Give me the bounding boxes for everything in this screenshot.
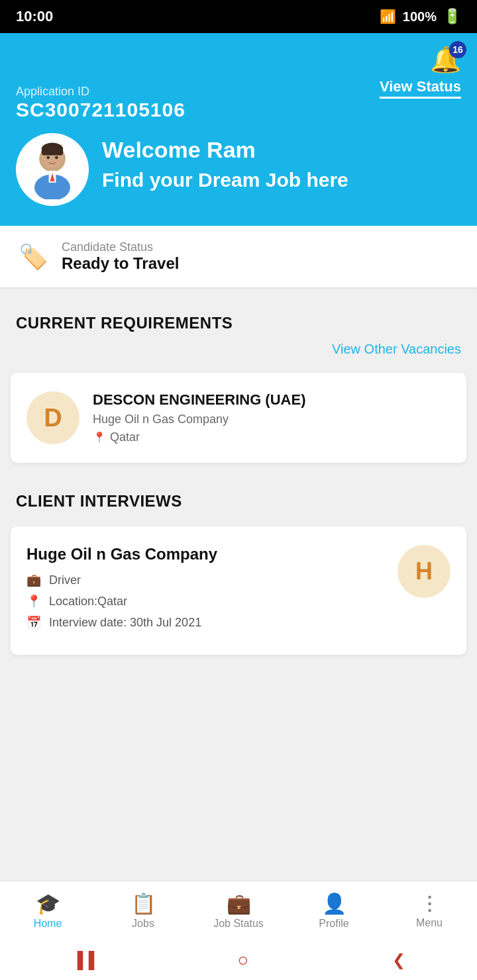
interview-date: Interview date: 30th Jul 2021 [49,616,201,630]
menu-icon: ⋮ [420,893,439,914]
notification-badge: 16 [449,41,466,58]
job-description: Huge Oil n Gas Company [93,413,305,426]
nav-jobs-label: Jobs [132,918,154,930]
wifi-icon: 📶 [380,9,396,24]
job-location: 📍 Qatar [93,430,305,444]
job-card[interactable]: D DESCON ENGINEERING (UAE) Huge Oil n Ga… [11,373,466,463]
welcome-subtitle: Find your Dream Job here [102,168,348,192]
interview-date-detail: 📅 Interview date: 30th Jul 2021 [26,615,450,630]
welcome-name: Welcome Ram [102,137,348,163]
nav-menu-label: Menu [416,917,443,929]
interview-location-detail: 📍 Location:Qatar [26,594,450,609]
status-bar: 10:00 📶 100% 🔋 [0,0,477,33]
interview-role-detail: 💼 Driver [26,573,450,587]
android-navigation-bar: ▐▐ ○ ❮ [0,940,477,980]
notification-area: 🔔 16 [16,45,461,74]
notification-bell[interactable]: 🔔 16 [430,45,461,74]
status-right: 📶 100% 🔋 [380,8,461,25]
nav-item-profile[interactable]: 👤 Profile [286,892,382,930]
avatar [16,133,89,206]
interview-role: Driver [49,573,81,587]
candidate-status-info: Candidate Status Ready to Travel [62,240,179,273]
nav-item-job-status[interactable]: 💼 Job Status [191,892,286,930]
candidate-status-value: Ready to Travel [62,254,179,273]
svg-rect-6 [42,148,63,156]
view-vacancies-link[interactable]: View Other Vacancies [332,342,461,357]
job-company-name: DESCON ENGINEERING (UAE) [93,391,305,409]
android-recent-btn[interactable]: ▐▐ [72,951,94,969]
android-home-btn[interactable]: ○ [238,950,249,971]
welcome-section: Welcome Ram Find your Dream Job here [16,133,461,206]
job-status-icon: 💼 [227,892,251,915]
briefcase-icon: 💼 [26,573,41,587]
bottom-navigation: 🎓 Home 📋 Jobs 💼 Job Status 👤 Profile ⋮ M… [0,881,477,940]
interview-avatar: H [398,545,450,598]
android-back-btn[interactable]: ❮ [392,951,405,969]
hero-section: 🔔 16 Application ID SC300721105106 View … [0,33,477,226]
app-id-value: SC300721105106 [16,99,461,121]
jobs-icon: 📋 [131,892,156,915]
current-requirements-title: CURRENT REQUIREMENTS [16,314,233,332]
battery-icon: 🔋 [443,8,461,25]
job-info: DESCON ENGINEERING (UAE) Huge Oil n Gas … [93,391,305,444]
section-header-interviews: CLIENT INTERVIEWS [16,492,461,511]
svg-point-7 [46,156,50,160]
calendar-icon: 📅 [26,615,41,630]
interview-company: Huge Oil n Gas Company [26,545,450,564]
nav-home-label: Home [34,918,62,930]
client-interviews-title: CLIENT INTERVIEWS [16,492,182,511]
nav-item-home[interactable]: 🎓 Home [0,892,95,930]
candidate-status-label: Candidate Status [62,240,179,254]
nav-job-status-label: Job Status [213,918,264,930]
interview-location: Location:Qatar [49,595,127,609]
candidate-status-card: 🏷️ Candidate Status Ready to Travel [0,226,477,287]
svg-point-8 [55,156,58,160]
battery-display: 100% [403,9,437,24]
time-display: 10:00 [16,8,53,25]
interview-card[interactable]: Huge Oil n Gas Company 💼 Driver 📍 Locati… [11,526,466,655]
current-requirements-section: CURRENT REQUIREMENTS View Other Vacancie… [0,298,477,373]
welcome-text: Welcome Ram Find your Dream Job here [102,133,348,192]
company-logo: D [26,391,80,444]
location-pin-icon: 📍 [26,594,41,609]
section-header-requirements: CURRENT REQUIREMENTS [16,314,461,332]
location-icon: 📍 [93,431,106,444]
client-interviews-section: CLIENT INTERVIEWS [0,476,477,526]
home-icon: 🎓 [36,892,60,915]
job-location-text: Qatar [110,430,140,444]
profile-icon: 👤 [322,892,346,915]
nav-item-menu[interactable]: ⋮ Menu [382,893,477,929]
tag-icon: 🏷️ [19,243,48,271]
nav-profile-label: Profile [319,918,348,930]
nav-item-jobs[interactable]: 📋 Jobs [95,892,191,930]
view-status-button[interactable]: View Status [380,78,461,99]
